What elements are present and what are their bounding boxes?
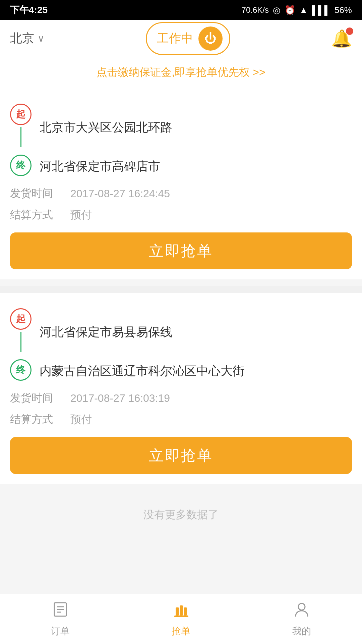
start-badge: 起: [10, 104, 32, 125]
order-card: 起 北京市大兴区公园北环路 终 河北省保定市高碑店市 发货时间 2017-08-…: [0, 88, 362, 279]
end-address: 河北省保定市高碑店市: [40, 154, 160, 175]
route-start-row-2: 起 河北省保定市易县易保线: [10, 306, 352, 354]
bottom-nav: 订单 抢单 我的: [0, 594, 362, 644]
work-status-label: 工作中: [157, 30, 193, 47]
nav-label-mine: 我的: [292, 625, 311, 638]
pay-method-value-2: 预付: [70, 412, 92, 427]
grab-order-button-2[interactable]: 立即抢单: [10, 437, 352, 474]
content-area: 起 北京市大兴区公园北环路 终 河北省保定市高碑店市 发货时间 2017-08-…: [0, 88, 362, 589]
grab-order-button-1[interactable]: 立即抢单: [10, 232, 352, 269]
nav-label-orders: 订单: [51, 625, 70, 638]
power-icon[interactable]: ⏻: [198, 26, 223, 51]
city-selector[interactable]: 北京 ∨: [10, 30, 45, 47]
status-right: 70.6K/s ◎ ⏰ ▲ ▌▌▌ 56%: [242, 5, 352, 15]
nav-item-orders[interactable]: 订单: [0, 594, 121, 644]
mine-icon: [293, 601, 310, 622]
order-info: 发货时间 2017-08-27 16:24:45 结算方式 预付: [10, 186, 352, 222]
route-icons-end-2: 终: [10, 357, 32, 381]
start-address-2: 河北省保定市易县易保线: [40, 320, 172, 340]
end-badge: 终: [10, 155, 32, 176]
ship-time-value-2: 2017-08-27 16:03:19: [70, 392, 170, 405]
status-wifi-icon: ▲: [299, 5, 308, 15]
ship-time-label-2: 发货时间: [10, 391, 70, 406]
status-headphone-icon: ◎: [273, 5, 281, 15]
ship-time-label: 发货时间: [10, 186, 70, 201]
start-address: 北京市大兴区公园北环路: [40, 115, 172, 136]
svg-rect-6: [184, 607, 187, 615]
route-end-row: 终 河北省保定市高碑店市: [10, 153, 352, 176]
order-card-2: 起 河北省保定市易县易保线 终 内蒙古自治区通辽市科尔沁区中心大街 发货时间 2…: [0, 293, 362, 484]
grab-icon: [172, 601, 190, 622]
pay-method-row: 结算方式 预付: [10, 208, 352, 222]
city-name: 北京: [10, 30, 34, 47]
svg-rect-7: [174, 615, 188, 617]
work-status-toggle[interactable]: 工作中 ⏻: [146, 22, 230, 55]
ship-time-row-2: 发货时间 2017-08-27 16:03:19: [10, 391, 352, 406]
order-info-2: 发货时间 2017-08-27 16:03:19 结算方式 预付: [10, 391, 352, 427]
svg-rect-5: [180, 605, 183, 615]
nav-item-grab[interactable]: 抢单: [121, 594, 241, 644]
ship-time-row: 发货时间 2017-08-27 16:24:45: [10, 186, 352, 201]
ship-time-value: 2017-08-27 16:24:45: [70, 187, 170, 200]
status-bar: 下午4:25 70.6K/s ◎ ⏰ ▲ ▌▌▌ 56%: [0, 0, 362, 20]
notification-bell[interactable]: 🔔: [331, 29, 352, 48]
pay-method-row-2: 结算方式 预付: [10, 412, 352, 427]
route-line-2: [20, 332, 21, 352]
nav-item-mine[interactable]: 我的: [241, 594, 362, 644]
chevron-down-icon: ∨: [38, 33, 45, 44]
nav-label-grab: 抢单: [172, 625, 190, 638]
route-start-row: 起 北京市大兴区公园北环路: [10, 102, 352, 149]
orders-icon: [52, 601, 69, 622]
no-more-text: 没有更多数据了: [0, 491, 362, 536]
status-speed: 70.6K/s: [242, 5, 269, 15]
banner-text: 点击缴纳保证金,即享抢单优先权 >>: [97, 66, 265, 78]
status-time: 下午4:25: [10, 4, 48, 16]
status-signal-icon: ▌▌▌: [312, 5, 330, 15]
svg-rect-4: [176, 607, 179, 615]
pay-method-label: 结算方式: [10, 208, 70, 222]
end-badge-2: 终: [10, 359, 32, 381]
route-end-row-2: 终 内蒙古自治区通辽市科尔沁区中心大街: [10, 357, 352, 381]
end-address-2: 内蒙古自治区通辽市科尔沁区中心大街: [40, 359, 245, 379]
route-line: [20, 127, 21, 147]
promotion-banner[interactable]: 点击缴纳保证金,即享抢单优先权 >>: [0, 57, 362, 88]
card-divider: [0, 286, 362, 293]
start-badge-2: 起: [10, 308, 32, 330]
route-icons-end: 终: [10, 153, 32, 176]
pay-method-label-2: 结算方式: [10, 412, 70, 427]
notification-badge: [346, 28, 353, 35]
svg-point-8: [298, 603, 305, 610]
route-icons-2: 起: [10, 306, 32, 354]
route-icons: 起: [10, 102, 32, 149]
pay-method-value: 预付: [70, 208, 92, 222]
header: 北京 ∨ 工作中 ⏻ 🔔: [0, 20, 362, 57]
status-battery: 56%: [335, 5, 352, 15]
status-alarm-icon: ⏰: [285, 5, 295, 15]
